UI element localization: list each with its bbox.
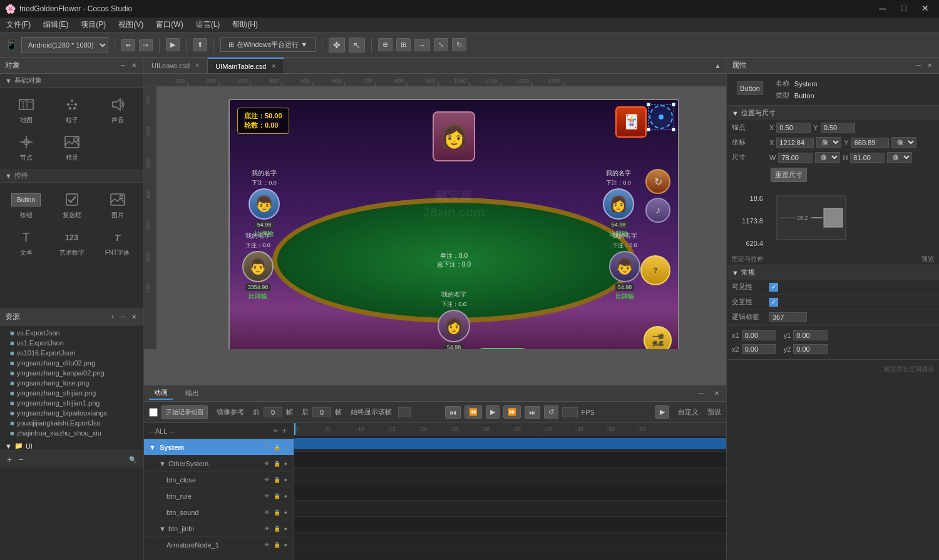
eye-icon-os[interactable]: 👁 (263, 460, 271, 467)
basic-obj-sound[interactable]: 声音 (95, 91, 140, 128)
pos-y-unit-select[interactable]: 像素 (891, 137, 916, 148)
look-cards-btn[interactable]: 点击看牌 (473, 348, 533, 349)
basic-obj-sprite[interactable]: 精灵 (49, 129, 94, 165)
platform-select[interactable]: Android(1280 * 1080) (21, 37, 108, 53)
component-preview-btn[interactable]: Button (737, 81, 763, 95)
assets-close-btn[interactable]: ✕ (130, 313, 138, 321)
table-btn[interactable]: 一键换桌 (644, 326, 672, 349)
tab-uileave-close[interactable]: ✕ (195, 62, 200, 69)
y2-input[interactable] (793, 344, 828, 354)
track-system[interactable]: ▼ System 👁 🔒 ● (144, 439, 294, 456)
track-btn-jinbi[interactable]: ▼ btn_jinbi 👁 🔒 ● (144, 521, 294, 537)
new-track-btn[interactable]: + (280, 426, 289, 436)
music-icon-btn[interactable]: ♪ (645, 198, 670, 223)
next-frame-btn[interactable]: ⏩ (503, 405, 521, 419)
refresh-icon-btn[interactable]: ↻ (645, 169, 670, 194)
rotate-tool[interactable]: ↻ (452, 38, 466, 51)
interact-checkbox[interactable]: ✓ (769, 298, 778, 307)
question-btn[interactable]: ? (640, 255, 670, 285)
lock-icon-bs[interactable]: 🔒 (272, 509, 282, 516)
track-othersystem[interactable]: ▼ OtherSystem 👁 🔒 ● (144, 456, 294, 472)
pos-x-unit-select[interactable]: 像素 (816, 137, 841, 148)
menu-help[interactable]: 帮助(H) (226, 18, 264, 31)
eye-icon-bs[interactable]: 👁 (263, 509, 271, 516)
ctrl-button[interactable]: Button 按钮 (4, 186, 48, 223)
size-w-unit-select[interactable]: 像素 (815, 152, 840, 163)
controls-header[interactable]: ▼ 控件 (0, 169, 143, 183)
pos-y-input[interactable] (851, 138, 889, 148)
eye-icon-br[interactable]: 👁 (263, 492, 271, 500)
timeline-close-btn[interactable]: ✕ (712, 389, 721, 397)
transform-tool[interactable]: ⊞ (396, 38, 411, 51)
prev-frame-btn[interactable]: ⏪ (464, 405, 482, 419)
props-minus-btn[interactable]: ─ (915, 61, 923, 69)
assets-add-btn[interactable]: + (109, 313, 116, 321)
asset-yingsanzhang-shijian1[interactable]: ■ yingsanzhang_shijian1.png (0, 398, 143, 408)
menu-window[interactable]: 窗口(W) (150, 18, 189, 31)
prev-frame-input[interactable] (264, 407, 282, 417)
eye-icon-bj[interactable]: 👁 (263, 525, 271, 532)
track-btn-sound[interactable]: btn_sound 👁 🔒 ● (144, 504, 294, 521)
x2-input[interactable] (742, 344, 776, 354)
asset-yingsanzhang-lose[interactable]: ■ yingsanzhang_lose.png (0, 378, 143, 388)
eye-icon-system[interactable]: 👁 (263, 444, 271, 451)
assets-minus-btn[interactable]: ─ (119, 313, 127, 321)
add-track-btn[interactable]: ✏ (272, 427, 280, 435)
goto-end-btn[interactable]: ⏭ (525, 406, 540, 419)
x1-input[interactable] (742, 330, 776, 340)
lock-icon-bc[interactable]: 🔒 (272, 476, 282, 484)
common-header[interactable]: ▼ 常规 (727, 265, 939, 280)
layout-btn-2[interactable]: ▫▪ (139, 39, 153, 51)
eye-icon-an[interactable]: 👁 (263, 541, 271, 549)
size-w-input[interactable] (778, 153, 813, 163)
close-btn[interactable]: ✕ (916, 2, 934, 16)
record-btn[interactable]: 开始记录动画 (162, 405, 208, 419)
asset-youxijijiangkaishi[interactable]: ■ youxijijiangkaishi.ExportJso (0, 418, 143, 428)
lock-icon-os[interactable]: 🔒 (272, 460, 282, 467)
asset-yingsanzhang-ditu[interactable]: ■ yingsanzhang_ditu02.png (0, 358, 143, 368)
assets-search-btn[interactable]: 🔍 (127, 456, 138, 464)
collapse-canvas-btn[interactable]: ▲ (709, 58, 726, 73)
next-frame-input[interactable] (312, 407, 331, 417)
run-platform-btn[interactable]: ⊞ 在Windows平台运行 ▼ (220, 38, 316, 52)
basic-obj-map[interactable]: 地图 (4, 91, 48, 128)
fps-input[interactable]: 1 (562, 407, 578, 417)
lock-icon-bj[interactable]: 🔒 (272, 525, 282, 532)
arrow-up-btn[interactable]: ⬆ (193, 38, 207, 51)
reset-btn[interactable]: ↺ (544, 405, 558, 419)
move-tool[interactable]: ↔ (414, 39, 430, 51)
dot-icon-system[interactable]: ● (283, 444, 289, 451)
menu-file[interactable]: 文件(F) (0, 18, 37, 31)
props-close-btn[interactable]: ✕ (925, 61, 934, 69)
anchor-y-input[interactable] (821, 123, 855, 133)
logic-tag-input[interactable] (769, 312, 807, 322)
asset-vs1-exportjson[interactable]: ■ vs1.ExportJson (0, 338, 143, 348)
track-btn-close[interactable]: btn_close 👁 🔒 ● (144, 472, 294, 488)
lock-icon-system[interactable]: 🔒 (272, 444, 282, 451)
eye-icon-bc[interactable]: 👁 (263, 476, 271, 484)
record-checkbox[interactable] (149, 408, 158, 417)
play-end-btn[interactable]: ▶ (655, 405, 669, 419)
animation-tab[interactable]: 动画 (149, 387, 173, 400)
maximize-btn[interactable]: □ (896, 2, 911, 16)
menu-project[interactable]: 项目(P) (74, 18, 112, 31)
tab-uimaintable[interactable]: UIMainTable.csd ✕ (208, 58, 284, 73)
play-anim-btn[interactable]: ▶ (486, 405, 500, 419)
play-btn[interactable]: ▶ (166, 38, 180, 51)
system-timeline-bar[interactable] (294, 438, 726, 449)
playhead[interactable] (294, 423, 295, 435)
anchor-x-input[interactable] (776, 123, 811, 133)
size-h-unit-select[interactable]: 像素 (887, 152, 912, 163)
position-size-header[interactable]: ▼ 位置与尺寸 (727, 106, 939, 120)
basic-objects-header[interactable]: ▼ 基础对象 (0, 74, 143, 88)
size-h-input[interactable] (850, 153, 885, 163)
reset-size-btn[interactable]: 重置尺寸 (771, 168, 807, 182)
asset-zhajinhua[interactable]: ■ zhajinhua_xiazhu_shou_xiu (0, 428, 143, 438)
layout-btn-1[interactable]: ▪▪ (121, 39, 135, 51)
assets-add-bottom-btn[interactable]: + (5, 454, 14, 465)
asset-yingsanzhang-bipai[interactable]: ■ yingsanzhang_bipaitouxiangs (0, 408, 143, 418)
scale-tool[interactable]: ⤡ (434, 38, 448, 51)
menu-language[interactable]: 语言(L) (190, 18, 227, 31)
cursor-tool[interactable]: ✥ (329, 38, 345, 53)
visible-checkbox[interactable]: ✓ (769, 283, 778, 292)
